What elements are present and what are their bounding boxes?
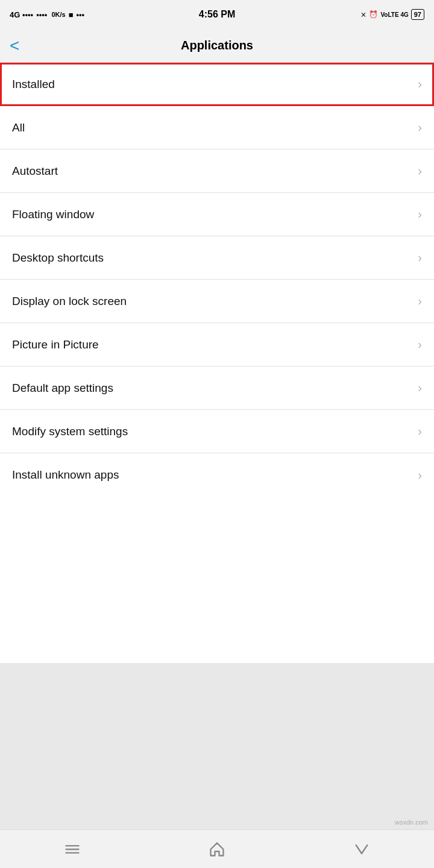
status-time: 4:56 PM — [199, 9, 235, 20]
menu-item-install-unknown-apps[interactable]: Install unknown apps› — [0, 453, 434, 497]
menu-item-display-lock-screen[interactable]: Display on lock screen› — [0, 280, 434, 323]
network-info: 4G ••••︎ — [10, 10, 33, 19]
chevron-icon-all: › — [418, 121, 422, 134]
battery-indicator: 97 — [411, 9, 424, 20]
home-icon — [209, 841, 225, 858]
menu-item-floating-window[interactable]: Floating window› — [0, 193, 434, 236]
dots-icon: ••• — [77, 10, 85, 19]
menu-item-default-app-settings[interactable]: Default app settings› — [0, 366, 434, 410]
menu-item-label-install-unknown-apps: Install unknown apps — [12, 468, 119, 482]
data-speed: 0K/s — [51, 11, 65, 18]
nav-menu-icon[interactable] — [48, 837, 96, 861]
menu-item-label-autostart: Autostart — [12, 165, 58, 178]
menu-item-desktop-shortcuts[interactable]: Desktop shortcuts› — [0, 236, 434, 280]
bottom-spacer — [0, 663, 434, 829]
signal-strength: ••••︎ — [36, 10, 47, 19]
menu-item-label-picture-in-picture: Picture in Picture — [12, 338, 99, 351]
chevron-icon-autostart: › — [418, 164, 422, 178]
nav-back-icon[interactable] — [338, 837, 386, 861]
menu-item-modify-system-settings[interactable]: Modify system settings› — [0, 410, 434, 453]
screen-record-icon: ■ — [69, 10, 74, 19]
menu-item-installed[interactable]: Installed› — [0, 63, 434, 106]
chevron-icon-floating-window: › — [418, 207, 422, 221]
nav-home-icon[interactable] — [193, 837, 241, 861]
menu-item-label-desktop-shortcuts: Desktop shortcuts — [12, 251, 104, 265]
menu-item-label-modify-system-settings: Modify system settings — [12, 425, 128, 438]
alarm-icon: ⏰ — [369, 10, 378, 19]
chevron-icon-picture-in-picture: › — [418, 338, 422, 351]
menu-item-picture-in-picture[interactable]: Picture in Picture› — [0, 323, 434, 366]
menu-item-label-floating-window: Floating window — [12, 208, 94, 221]
menu-item-label-installed: Installed — [12, 78, 55, 91]
chevron-icon-default-app-settings: › — [418, 381, 422, 395]
chevron-icon-installed: › — [418, 77, 422, 91]
chevron-icon-modify-system-settings: › — [418, 424, 422, 438]
nav-bar — [0, 829, 434, 868]
back-icon — [353, 841, 370, 858]
watermark: wsxdn.com — [395, 819, 428, 826]
menu-item-autostart[interactable]: Autostart› — [0, 149, 434, 193]
page-header: < Applications — [0, 29, 434, 63]
menu-item-label-default-app-settings: Default app settings — [12, 382, 113, 395]
chevron-icon-desktop-shortcuts: › — [418, 251, 422, 265]
bluetooth-icon: ⨯ — [360, 10, 366, 19]
chevron-icon-install-unknown-apps: › — [418, 468, 422, 482]
chevron-icon-display-lock-screen: › — [418, 294, 422, 308]
status-left: 4G ••••︎ ••••︎ 0K/s ■ ••• — [10, 10, 84, 19]
back-button[interactable]: < — [10, 37, 19, 54]
page-title: Applications — [181, 39, 253, 52]
status-bar: 4G ••••︎ ••••︎ 0K/s ■ ••• 4:56 PM ⨯ ⏰ Vo… — [0, 0, 434, 29]
lte-icon: Vo⁠LTE 4G — [380, 11, 408, 18]
menu-item-label-display-lock-screen: Display on lock screen — [12, 295, 127, 308]
menu-list: Installed›All›Autostart›Floating window›… — [0, 63, 434, 663]
menu-item-label-all: All — [12, 121, 25, 134]
status-right: ⨯ ⏰ Vo⁠LTE 4G 97 — [360, 9, 424, 20]
menu-item-all[interactable]: All› — [0, 106, 434, 149]
hamburger-icon — [64, 841, 81, 858]
